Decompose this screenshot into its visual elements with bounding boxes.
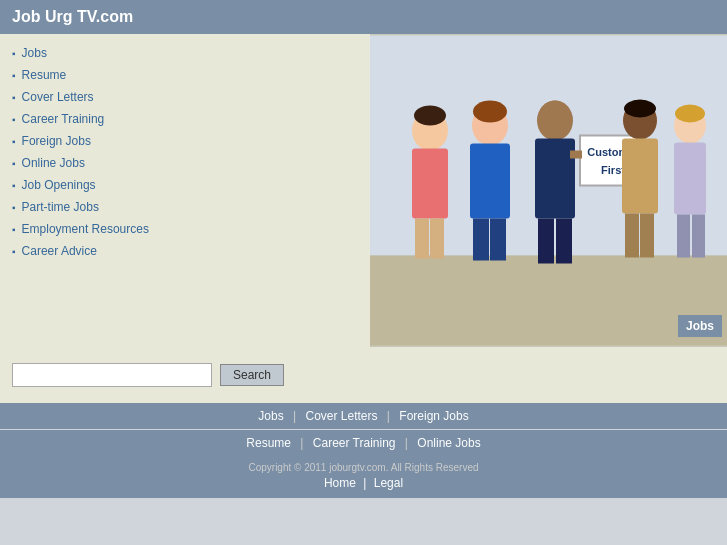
footer-legal-link[interactable]: Legal — [374, 476, 403, 490]
svg-rect-10 — [470, 144, 510, 219]
sidebar-item-jobs[interactable]: ▪Jobs — [0, 42, 370, 64]
bullet-icon: ▪ — [12, 48, 16, 59]
svg-rect-17 — [538, 219, 554, 264]
sidebar-item-label: Career Training — [22, 112, 105, 126]
svg-rect-31 — [674, 143, 706, 215]
sidebar-item-label: Foreign Jobs — [22, 134, 91, 148]
bullet-icon: ▪ — [12, 246, 16, 257]
search-button[interactable]: Search — [220, 364, 284, 386]
footer: Copyright © 2011 joburgtv.com. All Right… — [0, 456, 727, 498]
sidebar-item-part-time-jobs[interactable]: ▪Part-time Jobs — [0, 196, 370, 218]
svg-text:First: First — [601, 164, 625, 176]
sidebar-item-label: Resume — [22, 68, 67, 82]
sidebar-item-online-jobs[interactable]: ▪Online Jobs — [0, 152, 370, 174]
page-wrapper: Job Urg TV.com ▪Jobs▪Resume▪Cover Letter… — [0, 0, 727, 498]
svg-rect-18 — [556, 219, 572, 264]
sidebar-item-job-openings[interactable]: ▪Job Openings — [0, 174, 370, 196]
svg-rect-25 — [622, 139, 658, 214]
footer-links: Home | Legal — [0, 476, 727, 490]
footer-home-link[interactable]: Home — [324, 476, 356, 490]
sidebar-item-career-advice[interactable]: ▪Career Advice — [0, 240, 370, 262]
sidebar-item-career-training[interactable]: ▪Career Training — [0, 108, 370, 130]
svg-rect-23 — [570, 151, 582, 159]
sidebar-item-resume[interactable]: ▪Resume — [0, 64, 370, 86]
hero-image-area: Customer First J — [370, 34, 727, 347]
footer-copyright: Copyright © 2011 joburgtv.com. All Right… — [0, 462, 727, 473]
nav-link-career-training[interactable]: Career Training — [313, 436, 396, 450]
jobs-badge: Jobs — [678, 315, 722, 337]
nav-bar-secondary: Resume | Career Training | Online Jobs — [0, 430, 727, 456]
sidebar-item-label: Job Openings — [22, 178, 96, 192]
nav-link-cover-letters[interactable]: Cover Letters — [305, 409, 377, 423]
svg-rect-12 — [490, 219, 506, 261]
sidebar-item-label: Employment Resources — [22, 222, 149, 236]
svg-point-8 — [414, 106, 446, 126]
bullet-icon: ▪ — [12, 136, 16, 147]
svg-rect-32 — [677, 215, 690, 258]
svg-rect-5 — [415, 219, 429, 259]
sidebar-item-label: Cover Letters — [22, 90, 94, 104]
svg-rect-6 — [430, 219, 444, 259]
svg-rect-33 — [692, 215, 705, 258]
sidebar-item-label: Online Jobs — [22, 156, 85, 170]
nav-sep-3: | — [300, 436, 303, 450]
sidebar-item-label: Jobs — [22, 46, 47, 60]
sidebar-item-label: Career Advice — [22, 244, 97, 258]
svg-rect-16 — [535, 139, 575, 219]
svg-rect-4 — [412, 149, 448, 219]
search-area: Search — [0, 347, 370, 403]
sidebar: ▪Jobs▪Resume▪Cover Letters▪Career Traini… — [0, 34, 370, 347]
svg-point-19 — [539, 101, 571, 135]
nav-sep-4: | — [405, 436, 408, 450]
bullet-icon: ▪ — [12, 224, 16, 235]
nav-link-foreign-jobs[interactable]: Foreign Jobs — [399, 409, 468, 423]
nav-link-jobs[interactable]: Jobs — [258, 409, 283, 423]
svg-point-35 — [675, 105, 705, 123]
bullet-icon: ▪ — [12, 114, 16, 125]
bullet-icon: ▪ — [12, 202, 16, 213]
svg-rect-2 — [370, 256, 727, 346]
nav-sep-2: | — [387, 409, 390, 423]
sidebar-item-employment-resources[interactable]: ▪Employment Resources — [0, 218, 370, 240]
sidebar-item-label: Part-time Jobs — [22, 200, 99, 214]
bullet-icon: ▪ — [12, 92, 16, 103]
svg-rect-11 — [473, 219, 489, 261]
svg-rect-26 — [625, 214, 639, 258]
search-input[interactable] — [12, 363, 212, 387]
footer-separator: | — [363, 476, 366, 490]
bullet-icon: ▪ — [12, 158, 16, 169]
svg-point-14 — [473, 101, 507, 123]
nav-bar-primary: Jobs | Cover Letters | Foreign Jobs — [0, 403, 727, 429]
bullet-icon: ▪ — [12, 70, 16, 81]
sidebar-item-cover-letters[interactable]: ▪Cover Letters — [0, 86, 370, 108]
image-bottom-fill — [370, 347, 727, 403]
site-title: Job Urg TV.com — [12, 8, 133, 25]
sidebar-item-foreign-jobs[interactable]: ▪Foreign Jobs — [0, 130, 370, 152]
site-header: Job Urg TV.com — [0, 0, 727, 34]
nav-link-online-jobs[interactable]: Online Jobs — [417, 436, 480, 450]
bullet-icon: ▪ — [12, 180, 16, 191]
nav-sep-1: | — [293, 409, 296, 423]
search-nav-row: Search — [0, 347, 727, 403]
svg-point-29 — [624, 100, 656, 118]
content-area: ▪Jobs▪Resume▪Cover Letters▪Career Traini… — [0, 34, 727, 347]
people-illustration: Customer First — [370, 34, 727, 347]
svg-rect-27 — [640, 214, 654, 258]
nav-link-resume[interactable]: Resume — [246, 436, 291, 450]
